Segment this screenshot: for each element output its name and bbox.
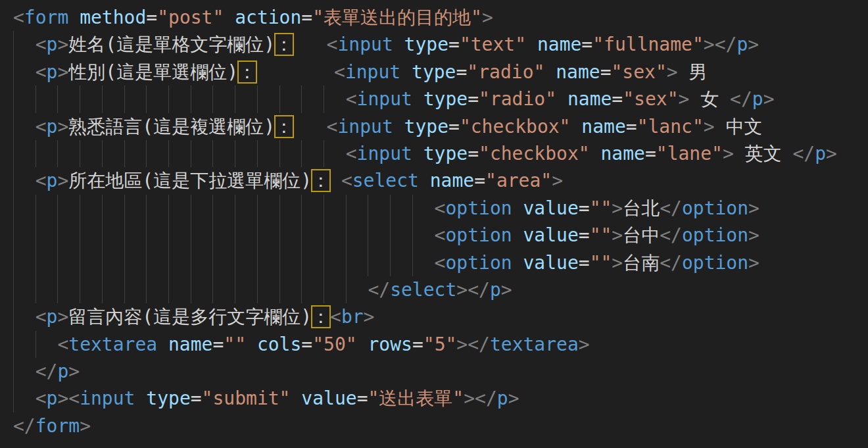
text-token: 中文 (715, 116, 763, 137)
whitespace-token (68, 7, 80, 28)
code-line[interactable]: </form> (13, 412, 868, 439)
code-line[interactable]: <p>所在地區(這是下拉選單欄位)： <select name="area"> (13, 167, 868, 194)
whitespace-token (13, 224, 435, 246)
indent-guide (390, 222, 391, 249)
code-line[interactable]: <option value="">台南</option> (13, 249, 868, 276)
punctuation-token: > (552, 170, 563, 191)
punctuation-token: > (364, 306, 375, 328)
operator-token: = (468, 143, 479, 164)
whitespace-token (419, 170, 430, 191)
whitespace-token (13, 116, 36, 137)
code-line[interactable]: <p>熟悉語言(這是複選欄位)： <input type="checkbox" … (13, 113, 868, 140)
code-line[interactable]: <p>姓名(這是單格文字欄位)： <input type="text" name… (13, 31, 868, 58)
code-line[interactable]: </select></p> (13, 276, 868, 303)
punctuation-token: > (482, 7, 493, 28)
code-line[interactable]: <form method="post" action="表單送出的目的地"> (13, 4, 868, 31)
string-token: "text" (460, 34, 526, 55)
code-line[interactable]: <input type="radio" name="sex"> 女 </p> (13, 86, 868, 112)
text-token: 姓名(這是單格文字欄位) (68, 34, 275, 55)
indent-guide (212, 140, 213, 167)
indent-guide (257, 86, 258, 112)
code-line[interactable]: <input type="checkbox" name="lane"> 英文 <… (13, 140, 868, 167)
whitespace-token (393, 116, 404, 137)
punctuation-token: < (57, 334, 68, 355)
code-line[interactable]: <p>性別(這是單選欄位)： <input type="radio" name=… (13, 59, 868, 86)
indent-guide (191, 86, 191, 112)
operator-token: = (645, 143, 656, 164)
whitespace-token (135, 387, 146, 409)
code-line[interactable]: <option value="">台北</option> (13, 195, 868, 222)
indent-guide (301, 140, 302, 167)
attribute-name-token: value (523, 197, 578, 219)
string-token: "送出表單" (368, 387, 464, 409)
indent-guide (57, 195, 58, 222)
operator-token: = (146, 7, 157, 28)
indent-guide (80, 86, 80, 112)
indent-guide (13, 331, 14, 358)
attribute-name-token: type (146, 387, 190, 409)
operator-token: = (456, 61, 467, 83)
indent-guide (390, 195, 391, 222)
indent-guide (13, 59, 14, 86)
tag-name-token: input (357, 88, 412, 110)
tag-name-token: input (357, 143, 412, 164)
indent-guide (13, 303, 14, 330)
operator-token: = (612, 88, 623, 110)
indent-guide (36, 195, 36, 222)
indent-guide (168, 86, 169, 112)
indent-guide (168, 249, 169, 276)
string-token: "" (224, 334, 246, 355)
operator-token: = (191, 387, 202, 409)
indent-guide (80, 276, 80, 303)
string-token: "表單送出的目的地" (312, 7, 482, 28)
punctuation-token: < (13, 7, 24, 28)
code-line[interactable]: <p>留言內容(這是多行文字欄位)：<br> (13, 303, 868, 330)
punctuation-token: < (346, 143, 357, 164)
indent-guide (80, 140, 80, 167)
code-line[interactable]: <textarea name="" cols="50" rows="5"></t… (13, 331, 868, 358)
attribute-name-token: type (404, 116, 448, 137)
tag-name-token: input (337, 34, 393, 55)
indent-guide (324, 276, 324, 303)
attribute-name-token: name (581, 116, 625, 137)
whitespace-token (13, 252, 435, 274)
tag-name-token: p (47, 306, 58, 328)
punctuation-token: > (748, 34, 759, 55)
code-editor[interactable]: <form method="post" action="表單送出的目的地"> <… (0, 0, 868, 448)
indent-guide (324, 86, 324, 112)
punctuation-token: > (57, 116, 68, 137)
code-line[interactable]: <option value="">台中</option> (13, 222, 868, 249)
indent-guide (212, 86, 213, 112)
string-token: "50" (312, 334, 356, 355)
string-token: "radio" (479, 88, 556, 110)
indent-guide (346, 195, 347, 222)
operator-token: = (579, 197, 590, 219)
indent-guide (13, 113, 14, 140)
punctuation-token: > (501, 279, 512, 301)
whitespace-token (290, 387, 301, 409)
text-token: 女 (689, 88, 730, 110)
attribute-name-token: rows (368, 334, 412, 355)
text-token: 台北 (623, 197, 660, 219)
punctuation-token: > (704, 34, 715, 55)
whitespace-token (330, 170, 341, 191)
punctuation-token: </ (468, 334, 490, 355)
indent-guide (13, 222, 14, 249)
indent-guide (301, 276, 302, 303)
punctuation-token: > (826, 143, 837, 164)
indent-guide (124, 140, 125, 167)
punctuation-token: > (612, 197, 623, 219)
tag-name-token: p (497, 387, 508, 409)
attribute-name-token: value (301, 387, 356, 409)
punctuation-token: < (36, 34, 47, 55)
punctuation-token: > (579, 334, 590, 355)
whitespace-token (224, 7, 235, 28)
indent-guide (102, 140, 103, 167)
code-line[interactable]: </p> (13, 358, 868, 385)
indent-guide (257, 195, 258, 222)
attribute-name-token: action (235, 7, 301, 28)
code-line[interactable]: <p><input type="submit" value="送出表單"></p… (13, 385, 868, 412)
text-token: 男 (678, 61, 708, 83)
indent-guide (13, 86, 14, 112)
indent-guide (13, 167, 14, 194)
